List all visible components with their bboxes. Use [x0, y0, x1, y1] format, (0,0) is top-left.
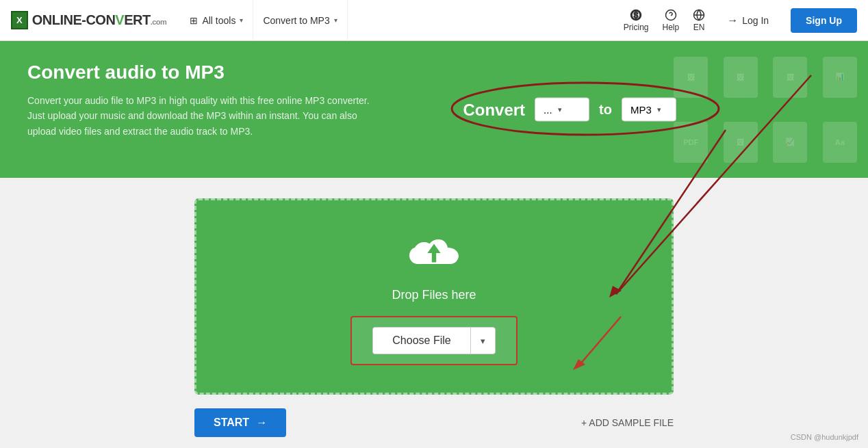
page-title: Convert audio to MP3: [27, 62, 452, 83]
from-chevron-icon: ▾: [558, 105, 562, 114]
to-format-dropdown[interactable]: MP3 ▾: [622, 98, 676, 122]
bg-icon-chart: 📊: [823, 57, 857, 98]
annotation-arrow: [559, 310, 641, 378]
help-label: Help: [662, 23, 679, 32]
help-icon: [665, 9, 677, 21]
add-sample-file-button[interactable]: + ADD SAMPLE FILE: [581, 417, 674, 428]
convert-selector: Convert ... ▾ to MP3 ▾: [463, 98, 676, 122]
bg-icon-font: Aa: [823, 122, 857, 163]
bg-icon-pdf: PDF: [674, 122, 708, 163]
bottom-actions: START → + ADD SAMPLE FILE: [194, 408, 674, 437]
main-content: Drop Files here Choose File ▾ START → + …: [0, 178, 868, 448]
sample-label: + ADD SAMPLE FILE: [581, 417, 674, 428]
drop-files-text: Drop Files here: [392, 288, 476, 302]
to-format-value: MP3: [630, 104, 652, 116]
bg-icon-trend: 📈: [773, 122, 807, 163]
to-chevron-icon: ▾: [657, 105, 661, 114]
language-nav[interactable]: EN: [693, 9, 705, 32]
pricing-nav[interactable]: Pricing: [624, 9, 649, 32]
choose-file-chevron-icon: ▾: [471, 329, 495, 353]
hero-banner: 🖼 🖼 🖼 📊 PDF 🖼 📈 Aa Convert audio to MP3 …: [0, 41, 868, 178]
signup-button[interactable]: Sign Up: [791, 8, 857, 33]
hero-content: Convert audio to MP3 Convert your audio …: [27, 62, 452, 139]
all-tools-chevron-icon: ▾: [240, 16, 243, 24]
cloud-upload-icon: [407, 228, 461, 278]
svg-line-9: [580, 317, 621, 365]
header: X ONLINE-CONVERT.com ⊞ All tools ▾ Conve…: [0, 0, 868, 41]
convert-to-mp3-nav[interactable]: Convert to MP3 ▾: [253, 0, 347, 41]
hero-description: Convert your audio file to MP3 in high q…: [27, 93, 370, 139]
start-button[interactable]: START →: [194, 408, 286, 437]
svg-marker-10: [573, 359, 585, 370]
convert-text-label: Convert: [463, 100, 525, 119]
bg-icon-image: 🖼: [674, 57, 708, 98]
logo-icon: X: [11, 11, 28, 29]
hero-bg-icons: 🖼 🖼 🖼 📊 PDF 🖼 📈 Aa: [663, 41, 868, 178]
to-label: to: [599, 102, 612, 118]
logo-text: ONLINE-CONVERT.com: [32, 12, 167, 28]
all-tools-label: All tools: [202, 15, 235, 26]
pricing-icon: [630, 9, 642, 21]
drop-zone[interactable]: Drop Files here Choose File ▾: [194, 198, 674, 395]
choose-file-button[interactable]: Choose File ▾: [372, 327, 495, 354]
choose-file-label: Choose File: [373, 328, 470, 354]
watermark: CSDN @hudunkjpdf: [791, 433, 858, 441]
from-format-value: ...: [544, 104, 552, 116]
pricing-label: Pricing: [624, 23, 649, 32]
logo-area[interactable]: X ONLINE-CONVERT.com: [11, 11, 166, 29]
bg-icon-image2: 🖼: [724, 57, 758, 98]
help-nav[interactable]: Help: [662, 9, 679, 32]
choose-file-area: Choose File ▾: [350, 316, 517, 365]
convert-to-mp3-label: Convert to MP3: [263, 15, 329, 26]
convert-chevron-icon: ▾: [334, 16, 337, 24]
bg-icon-image4: 🖼: [724, 122, 758, 163]
header-right: Pricing Help EN → Log In Sign Up: [624, 8, 857, 33]
start-arrow-icon: →: [256, 417, 267, 429]
start-label: START: [214, 417, 249, 429]
language-label: EN: [693, 23, 705, 32]
language-icon: [693, 9, 705, 21]
bg-icon-image3: 🖼: [773, 57, 807, 98]
all-tools-nav[interactable]: ⊞ All tools ▾: [180, 0, 253, 41]
from-format-dropdown[interactable]: ... ▾: [535, 98, 589, 122]
login-button[interactable]: → Log In: [719, 9, 777, 32]
